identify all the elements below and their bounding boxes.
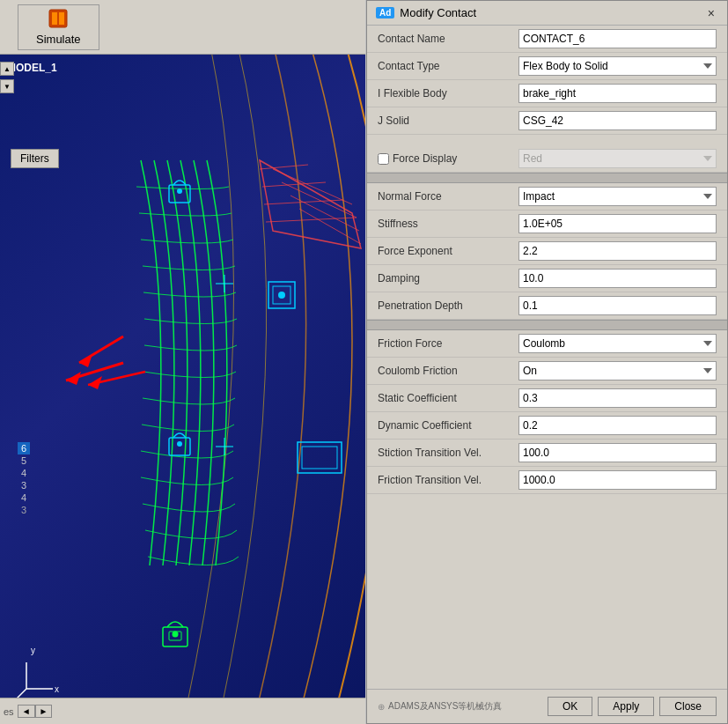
stiction-vel-label: Stiction Transition Vel. — [378, 447, 518, 459]
friction-force-label: Friction Force — [378, 337, 518, 350]
force-exponent-row: Force Exponent — [367, 238, 727, 265]
svg-text:x: x — [55, 684, 59, 694]
penetration-depth-label: Penetration Depth — [378, 299, 518, 312]
penetration-depth-row: Penetration Depth — [367, 292, 727, 320]
close-button[interactable]: Close — [659, 697, 717, 716]
damping-input[interactable] — [518, 269, 717, 288]
dialog-titlebar: Ad Modify Contact × — [367, 1, 727, 26]
svg-rect-1 — [52, 12, 57, 25]
friction-force-row: Friction Force Coulomb None — [367, 330, 727, 358]
svg-line-25 — [266, 218, 357, 222]
flexible-body-label: I Flexible Body — [378, 87, 518, 100]
force-display-checkbox[interactable] — [378, 153, 389, 165]
ok-button[interactable]: OK — [548, 697, 592, 716]
svg-point-10 — [177, 188, 182, 194]
stiffness-input[interactable] — [518, 214, 717, 233]
viewport: MODEL_1 ▲ ▼ Filters — [0, 55, 365, 724]
dialog-title-area: Ad Modify Contact — [376, 6, 476, 19]
force-exponent-input[interactable] — [518, 241, 717, 261]
list-item-4a[interactable]: 4 — [18, 467, 30, 479]
svg-rect-17 — [302, 447, 337, 469]
bottom-nav: es ◄ ► — [0, 698, 365, 724]
friction-vel-label: Friction Transition Vel. — [378, 474, 518, 486]
svg-line-22 — [260, 165, 308, 169]
j-solid-row: J Solid — [367, 107, 727, 135]
normal-force-row: Normal Force Impact Poisson None — [367, 183, 727, 211]
stiffness-row: Stiffness — [367, 211, 727, 238]
coulomb-friction-row: Coulomb Friction On Off — [367, 358, 727, 385]
svg-text:y: y — [31, 646, 35, 655]
apply-button[interactable]: Apply — [598, 697, 654, 716]
stiction-vel-row: Stiction Transition Vel. — [367, 440, 727, 467]
j-solid-input[interactable] — [518, 111, 717, 130]
flexible-body-input[interactable] — [518, 84, 717, 103]
contact-name-input[interactable] — [518, 29, 717, 48]
stiffness-label: Stiffness — [378, 218, 518, 230]
spacer-1 — [367, 135, 727, 145]
list-item-6[interactable]: 6 — [18, 442, 30, 454]
list-item-4b[interactable]: 4 — [18, 491, 30, 504]
coulomb-friction-label: Coulomb Friction — [378, 365, 518, 377]
dynamic-coeff-label: Dynamic Coefficient — [378, 419, 518, 432]
static-coeff-input[interactable] — [518, 388, 717, 408]
contact-name-label: Contact Name — [378, 33, 518, 45]
watermark-text: ADAMS及ANSYS等机械仿真 — [388, 700, 502, 713]
contact-type-row: Contact Type Flex Body to Solid Solid to… — [367, 53, 727, 80]
svg-line-24 — [264, 200, 343, 204]
simulate-button[interactable]: Simulate — [18, 4, 99, 50]
penetration-depth-input[interactable] — [518, 296, 717, 315]
dialog-body: Contact Name Contact Type Flex Body to S… — [367, 26, 727, 689]
force-display-row: Force Display Red Green Blue — [367, 145, 727, 173]
friction-force-select[interactable]: Coulomb None — [518, 334, 717, 353]
friction-vel-row: Friction Transition Vel. — [367, 467, 727, 494]
nav-right-button[interactable]: ► — [35, 705, 53, 718]
watermark: ⊕ ADAMS及ANSYS等机械仿真 — [378, 700, 502, 713]
normal-force-select[interactable]: Impact Poisson None — [518, 187, 717, 206]
ad-badge: Ad — [376, 7, 394, 18]
dialog-close-button[interactable]: × — [704, 6, 718, 20]
simulate-icon — [48, 9, 68, 31]
list-items: 6 5 4 3 4 3 — [18, 442, 30, 516]
contact-type-label: Contact Type — [378, 60, 518, 72]
svg-marker-6 — [66, 372, 81, 385]
nav-left-button[interactable]: ◄ — [18, 705, 35, 718]
bottom-spacer — [367, 494, 727, 521]
list-item-5[interactable]: 5 — [18, 454, 30, 467]
damping-row: Damping — [367, 265, 727, 292]
static-coeff-row: Static Coefficient — [367, 385, 727, 412]
svg-rect-2 — [59, 12, 64, 25]
svg-line-23 — [262, 182, 326, 187]
force-display-select: Red Green Blue — [518, 149, 717, 168]
damping-label: Damping — [378, 272, 518, 284]
friction-vel-input[interactable] — [518, 470, 717, 490]
flexible-body-row: I Flexible Body — [367, 80, 727, 107]
simulate-label: Simulate — [36, 33, 81, 46]
toolbar: Simulate — [0, 0, 365, 55]
modify-contact-dialog: Ad Modify Contact × Contact Name Contact… — [366, 0, 728, 724]
list-item-3a[interactable]: 3 — [18, 479, 30, 491]
section-divider-1 — [367, 173, 727, 183]
static-coeff-label: Static Coefficient — [378, 392, 518, 404]
dialog-footer: ⊕ ADAMS及ANSYS等机械仿真 OK Apply Close — [367, 689, 727, 723]
contact-type-select[interactable]: Flex Body to Solid Solid to Solid Flex B… — [518, 56, 717, 76]
list-item-3b[interactable]: 3 — [18, 504, 30, 516]
left-panel: Simulate MODEL_1 ▲ ▼ Filters — [0, 0, 365, 724]
footer-buttons: OK Apply Close — [548, 697, 717, 716]
coulomb-friction-select[interactable]: On Off — [518, 361, 717, 380]
normal-force-label: Normal Force — [378, 190, 518, 203]
section-divider-2 — [367, 320, 727, 330]
j-solid-label: J Solid — [378, 115, 518, 127]
dynamic-coeff-input[interactable] — [518, 416, 717, 435]
dialog-title: Modify Contact — [400, 6, 476, 19]
force-display-label: Force Display — [378, 152, 518, 165]
svg-line-19 — [282, 182, 357, 218]
simulation-canvas: y x z — [0, 55, 365, 724]
stiction-vel-input[interactable] — [518, 443, 717, 462]
bottom-nav-label: es — [0, 703, 18, 720]
svg-point-12 — [177, 441, 182, 447]
force-exponent-label: Force Exponent — [378, 245, 518, 257]
dynamic-coeff-row: Dynamic Coefficient — [367, 412, 727, 440]
svg-point-27 — [173, 632, 179, 638]
svg-point-15 — [278, 292, 285, 299]
contact-name-row: Contact Name — [367, 26, 727, 53]
